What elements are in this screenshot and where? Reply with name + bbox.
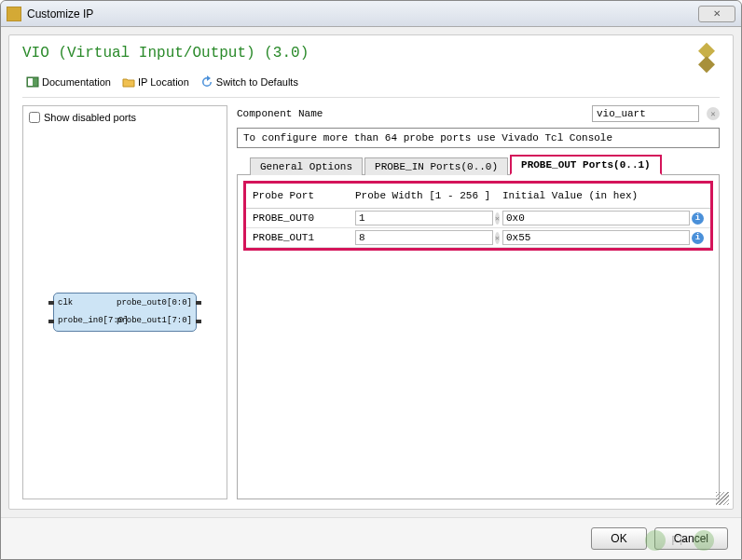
initial-value-input[interactable]	[502, 211, 690, 225]
book-icon	[26, 75, 39, 89]
port-label: clk	[58, 299, 73, 307]
folder-icon	[122, 75, 135, 89]
tab-probe-in-ports[interactable]: PROBE_IN Ports(0..0)	[364, 157, 508, 175]
clear-icon[interactable]: ✕	[707, 107, 720, 120]
vendor-logo	[690, 41, 723, 75]
close-button[interactable]: ✕	[698, 6, 735, 22]
right-pane: Component Name ✕ To configure more than …	[237, 105, 720, 499]
left-pane: Show disabled ports clk probe_in0[7:0] p…	[22, 105, 227, 499]
ip-title: VIO (Virtual Input/Output) (3.0)	[22, 45, 720, 61]
info-icon[interactable]: i	[692, 212, 704, 225]
window: Customize IP ✕ VIO (Virtual Input/Output…	[0, 0, 742, 560]
pin-icon	[48, 320, 54, 323]
titlebar: Customize IP ✕	[1, 1, 741, 27]
main-area: Show disabled ports clk probe_in0[7:0] p…	[22, 105, 720, 499]
ip-block: clk probe_in0[7:0] probe_out0[0:0] probe…	[53, 293, 197, 332]
pin-icon	[196, 301, 201, 305]
ok-button[interactable]: OK	[591, 527, 646, 550]
table-row: PROBE_OUT1 ✕ i	[246, 228, 710, 248]
toolbar: Documentation IP Location Switch to Defa…	[22, 71, 720, 98]
app-icon	[7, 7, 21, 21]
port-label: probe_out1[7:0]	[117, 317, 192, 325]
window-title: Customize IP	[27, 7, 93, 20]
probe-out-table: Probe Port Probe Width [1 - 256 ] Initia…	[243, 181, 713, 251]
info-box: To configure more than 64 probe ports us…	[237, 128, 720, 148]
block-diagram: clk probe_in0[7:0] probe_out0[0:0] probe…	[29, 130, 221, 493]
pin-icon	[48, 301, 54, 305]
port-label: probe_out0[0:0]	[117, 299, 192, 307]
ip-location-link[interactable]: IP Location	[118, 75, 193, 89]
svg-marker-1	[698, 56, 715, 73]
documentation-link[interactable]: Documentation	[22, 75, 115, 89]
tab-content: Probe Port Probe Width [1 - 256 ] Initia…	[237, 175, 720, 499]
probe-port-name: PROBE_OUT0	[250, 212, 352, 225]
svg-rect-3	[28, 78, 33, 86]
probe-width-input[interactable]	[355, 211, 493, 225]
tab-probe-out-ports[interactable]: PROBE_OUT Ports(0..1)	[510, 155, 662, 175]
probe-width-input[interactable]	[355, 230, 493, 245]
table-header: Probe Port Probe Width [1 - 256 ] Initia…	[246, 184, 710, 209]
resize-grip-icon[interactable]	[716, 492, 729, 505]
table-row: PROBE_OUT0 ✕ i	[246, 209, 710, 228]
pin-icon	[196, 320, 201, 323]
tab-strip: General Options PROBE_IN Ports(0..0) PRO…	[237, 154, 720, 175]
show-disabled-ports-input[interactable]	[29, 112, 40, 123]
show-disabled-ports-checkbox[interactable]: Show disabled ports	[29, 112, 221, 123]
close-icon: ✕	[713, 8, 721, 19]
component-name-input[interactable]	[592, 105, 699, 122]
info-icon[interactable]: i	[692, 232, 704, 244]
content: VIO (Virtual Input/Output) (3.0) Documen…	[8, 34, 734, 510]
col-initial-value: Initial Value (in hex)	[500, 189, 707, 202]
probe-port-name: PROBE_OUT1	[250, 231, 352, 244]
refresh-icon	[200, 75, 213, 89]
button-row: OK Cancel	[1, 517, 741, 559]
cancel-button[interactable]: Cancel	[654, 527, 728, 550]
tab-general-options[interactable]: General Options	[250, 157, 363, 175]
component-name-label: Component Name	[237, 108, 323, 119]
col-probe-port: Probe Port	[250, 189, 352, 202]
col-probe-width: Probe Width [1 - 256 ]	[352, 189, 500, 202]
switch-defaults-link[interactable]: Switch to Defaults	[197, 75, 302, 89]
initial-value-input[interactable]	[502, 230, 690, 245]
component-name-row: Component Name ✕	[237, 105, 720, 122]
